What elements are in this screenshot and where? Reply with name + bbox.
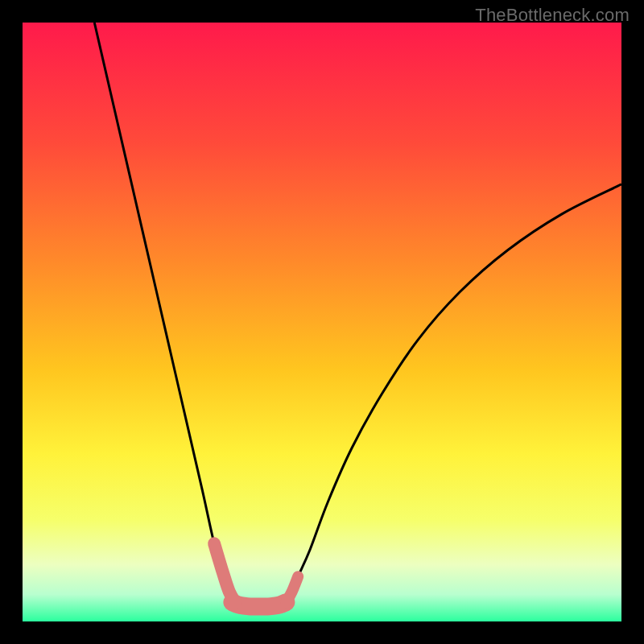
- chart-svg: [23, 23, 621, 621]
- chart-plot-area: [23, 23, 621, 621]
- chart-background: [23, 23, 621, 621]
- watermark-text: TheBottleneck.com: [475, 5, 630, 26]
